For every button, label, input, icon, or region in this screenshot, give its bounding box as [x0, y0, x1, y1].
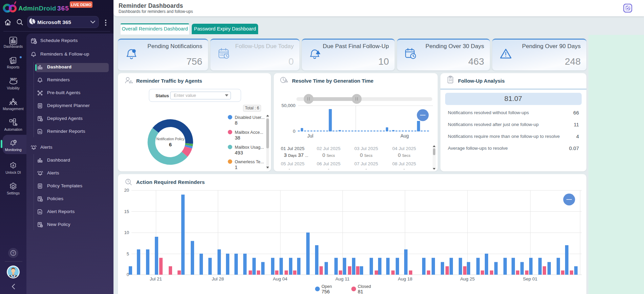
svg-text:756: 756 — [321, 289, 330, 294]
svg-text:Sep 01: Sep 01 — [523, 276, 538, 281]
svg-text:Notifications resolved after j: Notifications resolved after just one fo… — [448, 122, 539, 127]
svg-text:38: 38 — [235, 135, 240, 141]
svg-text:08 Jul 2025: 08 Jul 2025 — [392, 161, 416, 166]
svg-text:Jul: Jul — [307, 133, 313, 139]
svg-text:81: 81 — [358, 289, 363, 294]
svg-text:05 Jul 2025: 05 Jul 2025 — [281, 161, 305, 166]
svg-text:0: 0 — [293, 129, 295, 134]
svg-text:Aug 04: Aug 04 — [273, 276, 288, 281]
svg-text:-: - — [328, 166, 329, 171]
svg-text:1: 1 — [235, 165, 237, 170]
svg-text:11: 11 — [574, 122, 579, 127]
svg-text:AdminDroid: AdminDroid — [18, 5, 56, 12]
svg-text:Disabled User...: Disabled User... — [235, 115, 265, 120]
svg-text:Mailbox Acce...: Mailbox Acce... — [235, 130, 263, 135]
svg-text:Action Required Reminders: Action Required Reminders — [136, 179, 205, 185]
svg-text:50,000: 50,000 — [282, 103, 295, 108]
svg-text:Notification Policy: Notification Policy — [157, 137, 185, 141]
svg-text:365: 365 — [57, 5, 69, 12]
svg-text:!: ! — [318, 51, 319, 55]
svg-text:Aug 25: Aug 25 — [460, 276, 475, 281]
svg-text:10: 10 — [124, 230, 129, 235]
svg-text:Resolve Time by Generation Tim: Resolve Time by Generation Time — [292, 78, 373, 84]
svg-text:Aug 18: Aug 18 — [398, 276, 413, 281]
svg-text:4: 4 — [576, 133, 579, 139]
svg-text:Jul 28: Jul 28 — [212, 276, 224, 281]
svg-text:Notifications require more tha: Notifications require more than one foll… — [448, 134, 560, 139]
svg-text:3 Days 37 ...: 3 Days 37 ... — [284, 152, 308, 158]
svg-text:81.07: 81.07 — [504, 94, 522, 102]
svg-text:Enter value: Enter value — [174, 93, 196, 98]
svg-text:Mailbox Usag...: Mailbox Usag... — [235, 145, 264, 150]
svg-text:01 Jul 2025: 01 Jul 2025 — [281, 146, 305, 151]
svg-text:0 Secs: 0 Secs — [398, 152, 411, 158]
svg-text:15: 15 — [124, 209, 129, 214]
svg-text:-: - — [403, 166, 405, 171]
svg-text:Aug: Aug — [400, 133, 409, 139]
svg-text:0 Secs: 0 Secs — [323, 152, 335, 158]
svg-text:Reminder Traffic by Agents: Reminder Traffic by Agents — [136, 78, 202, 84]
svg-text:-: - — [366, 166, 367, 171]
svg-text:0 Secs: 0 Secs — [360, 152, 373, 158]
svg-text:Open: Open — [321, 284, 332, 289]
svg-text:5: 5 — [127, 251, 129, 256]
svg-text:6: 6 — [169, 142, 172, 147]
svg-text:Follow-Up Analysis: Follow-Up Analysis — [458, 78, 505, 84]
svg-text:66: 66 — [573, 110, 579, 115]
svg-text:20: 20 — [124, 188, 129, 193]
svg-text:Aug 11: Aug 11 — [335, 276, 350, 281]
svg-text:Microsoft 365: Microsoft 365 — [37, 19, 71, 25]
svg-text:Status: Status — [155, 93, 169, 98]
svg-text:04 Jul 2025: 04 Jul 2025 — [392, 146, 416, 151]
svg-text:Closed: Closed — [358, 284, 371, 289]
svg-text:Jul 21: Jul 21 — [150, 276, 162, 281]
svg-text:0.07: 0.07 — [569, 145, 579, 151]
svg-text:Average follow-ups to resolve: Average follow-ups to resolve — [448, 146, 508, 151]
svg-text:?: ? — [12, 251, 14, 255]
svg-text:0: 0 — [127, 272, 129, 277]
svg-text:493: 493 — [235, 150, 243, 155]
svg-text:07 Jul 2025: 07 Jul 2025 — [354, 161, 378, 166]
svg-text:02 Jul 2025: 02 Jul 2025 — [317, 146, 340, 151]
svg-text:-: - — [289, 166, 290, 171]
svg-text:8: 8 — [235, 120, 237, 126]
svg-text:Total : 6: Total : 6 — [245, 106, 259, 110]
svg-text:LIVE DEMO: LIVE DEMO — [71, 3, 91, 7]
svg-text:Ownerless Te...: Ownerless Te... — [235, 160, 264, 164]
svg-text:03 Jul 2025: 03 Jul 2025 — [354, 146, 378, 151]
svg-text:06 Jul 2025: 06 Jul 2025 — [317, 161, 340, 166]
svg-text:Notifications resolved without: Notifications resolved without follow-up… — [448, 110, 529, 115]
